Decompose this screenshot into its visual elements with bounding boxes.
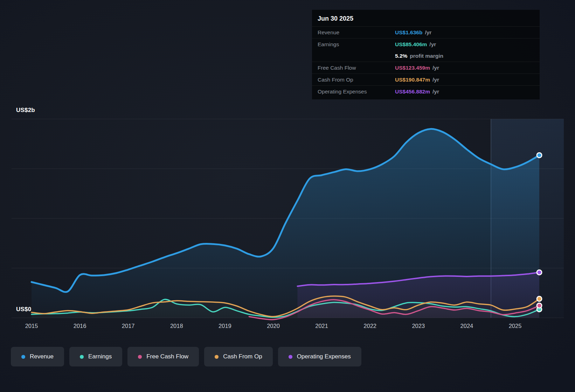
tooltip-label: Earnings (318, 41, 395, 48)
tooltip-value: 5.2% (395, 53, 407, 59)
tooltip-date: Jun 30 2025 (312, 10, 540, 26)
tooltip-value: US$190.847m (395, 77, 430, 83)
x-tick-2018: 2018 (160, 323, 193, 329)
tooltip-suffix: /yr (432, 65, 439, 71)
tooltip-value: US$1.636b (395, 29, 422, 36)
tooltip-value: US$456.882m (395, 89, 430, 95)
tooltip-row-earnings: Earnings US$85.406m /yr (312, 38, 540, 50)
tooltip-row-revenue: Revenue US$1.636b /yr (312, 26, 540, 38)
x-tick-2021: 2021 (305, 323, 339, 329)
legend: Revenue Earnings Free Cash Flow Cash Fro… (11, 347, 361, 366)
tooltip-label: Free Cash Flow (318, 65, 395, 71)
legend-item-operating-expenses[interactable]: Operating Expenses (278, 347, 361, 366)
x-tick-2022: 2022 (353, 323, 387, 329)
x-tick-2015: 2015 (15, 323, 48, 329)
free-cash-flow-dot-icon (138, 355, 142, 359)
legend-label: Cash From Op (223, 353, 262, 360)
cash-from-op-end-marker (537, 296, 542, 301)
tooltip-suffix: /yr (429, 41, 436, 48)
x-tick-2025: 2025 (498, 323, 532, 329)
revenue-dot-icon (21, 355, 25, 359)
x-tick-2016: 2016 (63, 323, 97, 329)
tooltip-label: Revenue (318, 29, 395, 36)
tooltip-row-operating-expenses: Operating Expenses US$456.882m /yr (312, 85, 540, 97)
tooltip-row-free-cash-flow: Free Cash Flow US$123.459m /yr (312, 62, 540, 74)
tooltip-suffix: /yr (432, 89, 439, 95)
legend-label: Revenue (30, 353, 54, 360)
operating-expenses-dot-icon (289, 355, 292, 359)
chart-tooltip: Jun 30 2025 Revenue US$1.636b /yr Earnin… (312, 10, 540, 99)
legend-item-revenue[interactable]: Revenue (11, 347, 64, 366)
tooltip-value: US$85.406m (395, 41, 427, 48)
free-cash-flow-end-marker (537, 303, 542, 308)
tooltip-value: US$123.459m (395, 65, 430, 71)
tooltip-suffix: /yr (425, 29, 431, 36)
y-axis-label-zero: US$0 (16, 306, 31, 313)
x-tick-2020: 2020 (257, 323, 290, 329)
tooltip-label: Cash From Op (318, 77, 395, 83)
earnings-dot-icon (80, 355, 84, 359)
x-tick-2024: 2024 (450, 323, 484, 329)
legend-label: Free Cash Flow (146, 353, 188, 360)
revenue-end-marker (537, 153, 542, 158)
legend-label: Earnings (88, 353, 112, 360)
x-tick-2019: 2019 (208, 323, 242, 329)
tooltip-row-cash-from-op: Cash From Op US$190.847m /yr (312, 74, 540, 85)
tooltip-suffix: /yr (432, 77, 439, 83)
legend-label: Operating Expenses (297, 353, 351, 360)
cash-from-op-dot-icon (215, 355, 219, 359)
x-tick-2017: 2017 (111, 323, 145, 329)
tooltip-label: Operating Expenses (318, 89, 395, 95)
operating-expenses-end-marker (537, 270, 542, 275)
legend-item-free-cash-flow[interactable]: Free Cash Flow (127, 347, 199, 366)
legend-item-earnings[interactable]: Earnings (69, 347, 122, 366)
tooltip-row-profit-margin: 5.2% profit margin (312, 50, 540, 62)
x-tick-2023: 2023 (402, 323, 435, 329)
tooltip-suffix: profit margin (410, 53, 443, 59)
y-axis-label-top: US$2b (16, 107, 35, 114)
legend-item-cash-from-op[interactable]: Cash From Op (204, 347, 272, 366)
